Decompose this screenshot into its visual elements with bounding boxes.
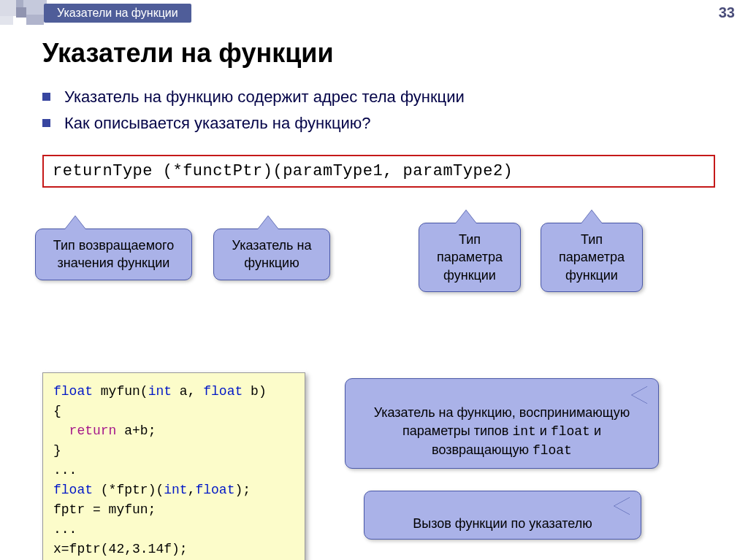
- code-text: );: [234, 483, 251, 497]
- callout-text: и: [536, 423, 551, 438]
- keyword: return: [53, 423, 116, 438]
- callout-param2-type: Тип параметра функции: [541, 223, 643, 292]
- callout-row: Тип возвращаемого значения функции Указа…: [42, 192, 715, 309]
- code-example: float myfun(int a, float b) { return a+b…: [42, 372, 305, 560]
- callout-function-pointer: Указатель на функцию: [213, 229, 330, 280]
- code-text: a,: [172, 384, 203, 399]
- code-text: fptr = myfun;: [53, 502, 156, 517]
- inline-code: int: [512, 424, 535, 439]
- keyword: float: [195, 483, 234, 497]
- code-text: ...: [53, 463, 77, 477]
- page-title: Указатели на функции: [42, 38, 715, 69]
- keyword: float: [53, 384, 93, 399]
- callout-param1-type: Тип параметра функции: [419, 223, 521, 292]
- inline-code: float: [551, 424, 590, 439]
- keyword: int: [164, 483, 187, 497]
- code-text: b): [243, 384, 266, 399]
- keyword: int: [148, 384, 172, 399]
- callout-label: Указатель на функцию: [232, 238, 312, 270]
- callout-return-type: Тип возвращаемого значения функции: [35, 229, 192, 280]
- callout-label: Тип параметра функции: [559, 232, 625, 283]
- bullet-list: Указатель на функцию содержит адрес тела…: [42, 88, 715, 133]
- keyword: float: [203, 384, 243, 399]
- code-text: }: [53, 443, 61, 458]
- syntax-declaration-box: returnType (*functPtr)(paramType1, param…: [42, 155, 715, 188]
- code-text: x=fptr(42,3.14f);: [53, 542, 188, 556]
- callout-fptr-description: Указатель на функцию, воспринимающую пар…: [345, 378, 659, 469]
- breadcrumb-label: Указатели на функции: [57, 7, 178, 20]
- keyword: float: [53, 483, 93, 497]
- callout-label: Тип возвращаемого значения функции: [53, 238, 174, 270]
- page-number: 33: [719, 4, 735, 21]
- callout-function-call: Вызов функции по указателю: [364, 491, 641, 540]
- callout-label: Тип параметра функции: [437, 232, 503, 283]
- breadcrumb-title: Указатели на функции: [44, 4, 191, 23]
- bullet-item: Как описывается указатель на функцию?: [42, 114, 715, 133]
- callout-label: Вызов функции по указателю: [413, 516, 592, 531]
- code-text: ,: [188, 483, 196, 497]
- code-text: myfun(: [93, 384, 148, 399]
- inline-code: float: [533, 443, 572, 458]
- code-text: {: [53, 404, 61, 418]
- code-text: (*fptr)(: [93, 483, 164, 497]
- slide-header: Указатели на функции 33: [0, 0, 748, 25]
- code-text: a+b;: [116, 423, 156, 438]
- code-text: ...: [53, 522, 77, 537]
- bullet-item: Указатель на функцию содержит адрес тела…: [42, 88, 715, 107]
- content-area: Указатели на функции Указатель на функци…: [0, 25, 748, 309]
